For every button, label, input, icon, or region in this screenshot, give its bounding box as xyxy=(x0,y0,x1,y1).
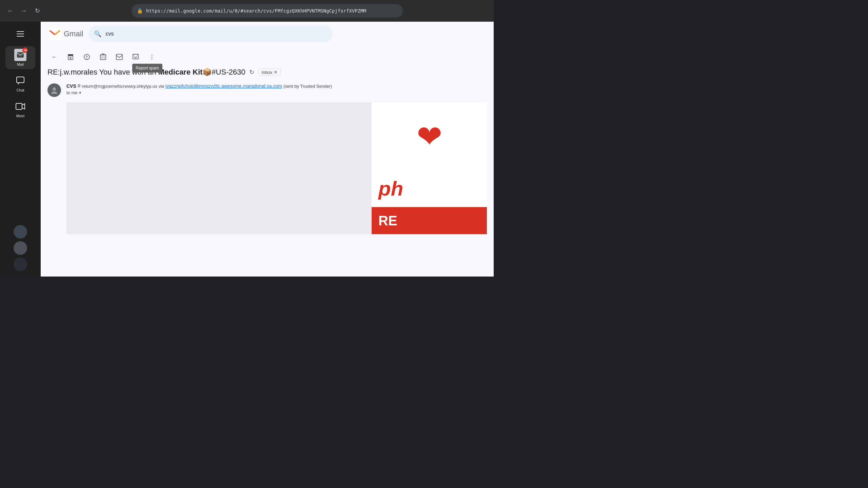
delete-button[interactable] xyxy=(96,50,110,64)
report-spam-tooltip: Report spam xyxy=(132,64,162,73)
email-toolbar: ← xyxy=(41,46,494,68)
refresh-button[interactable]: ↻ xyxy=(33,6,42,16)
svg-rect-0 xyxy=(17,52,24,58)
re-text: RE xyxy=(378,213,397,228)
email-body: ❤ ph RE xyxy=(66,102,487,234)
sidebar-item-meet[interactable]: Meet xyxy=(5,98,35,121)
hamburger-icon xyxy=(17,31,24,37)
mark-unread-button[interactable] xyxy=(113,50,126,64)
search-value: cvs xyxy=(105,31,114,37)
svg-rect-17 xyxy=(116,54,122,60)
hamburger-menu[interactable] xyxy=(14,27,27,41)
meet-label: Meet xyxy=(16,114,24,118)
svg-rect-2 xyxy=(16,103,22,109)
inbox-label: Inbox xyxy=(261,70,272,75)
sender-via-text: via xyxy=(158,84,164,89)
svg-rect-1 xyxy=(17,77,24,83)
sender-details: CVS® return@mgpcemefocrwwoy.xhkylyp.us v… xyxy=(66,83,487,95)
subject-bold: Medicare Kit xyxy=(158,68,203,76)
sender-name: CVS xyxy=(66,83,76,89)
back-to-list-button[interactable]: ← xyxy=(47,50,61,64)
gmail-logo: Gmail xyxy=(49,28,83,40)
forward-button[interactable]: → xyxy=(19,6,28,16)
subject-suffix: #US-2630 xyxy=(212,68,245,76)
svg-point-21 xyxy=(53,87,56,91)
to-me-label: to me xyxy=(66,90,78,95)
to-me-row: to me ▾ xyxy=(66,90,487,95)
more-options-button[interactable]: ⋮ xyxy=(145,50,159,64)
chat-label: Chat xyxy=(16,88,24,92)
snooze-arrow-icon: ↻ xyxy=(249,68,254,76)
email-subject: RE:j.w.morales You have won an Medicare … xyxy=(47,68,487,77)
email-body-left-panel xyxy=(66,102,372,234)
sidebar-item-mail[interactable]: 19 Mail xyxy=(5,46,35,69)
sidebar-item-chat[interactable]: Chat xyxy=(5,72,35,95)
email-body-right-panel: ❤ ph RE xyxy=(372,102,487,234)
inbox-remove-button[interactable]: ✕ xyxy=(274,69,278,75)
avatar-1[interactable] xyxy=(14,225,27,239)
address-bar[interactable]: 🔒 https://mail.google.com/mail/u/0/#sear… xyxy=(132,4,403,18)
email-view: ← xyxy=(41,46,494,277)
gmail-text-label: Gmail xyxy=(64,29,83,38)
chat-icon xyxy=(14,75,26,87)
gmail-m-icon xyxy=(49,28,61,40)
to-me-dropdown-icon[interactable]: ▾ xyxy=(79,90,81,95)
heart-icon: ❤ xyxy=(417,119,442,154)
gmail-header: Gmail 🔍 cvs xyxy=(41,22,494,46)
url-text: https://mail.google.com/mail/u/0/#search… xyxy=(146,8,366,14)
sender-name-row: CVS® return@mgpcemefocrwwoy.xhkylyp.us v… xyxy=(66,83,487,89)
mail-unread-badge: 19 xyxy=(22,47,28,53)
ph-text: ph xyxy=(378,177,403,200)
svg-rect-14 xyxy=(102,54,104,55)
search-icon: 🔍 xyxy=(94,30,101,38)
avatar-3[interactable] xyxy=(14,258,27,271)
search-bar[interactable]: 🔍 cvs xyxy=(88,26,333,42)
bottom-avatars xyxy=(14,225,27,271)
heart-section: ❤ xyxy=(372,102,487,170)
re-section: RE xyxy=(372,207,487,234)
sender-via-domain[interactable]: ivazznpfuhoiolikmnozvzltc.awesome.marado… xyxy=(165,83,282,89)
mail-label: Mail xyxy=(17,62,24,66)
subject-emoji: 📦 xyxy=(202,68,212,76)
ph-section: ph xyxy=(372,170,487,207)
sender-trusted-text: (sent by Trusted Sender) xyxy=(283,84,332,89)
report-spam-button[interactable] xyxy=(80,50,94,64)
svg-point-11 xyxy=(86,58,87,59)
archive-button[interactable] xyxy=(64,50,77,64)
svg-rect-6 xyxy=(68,54,73,56)
app-container: 19 Mail Chat Meet xyxy=(0,22,494,277)
mail-badge-container: 19 xyxy=(14,49,26,61)
sender-avatar xyxy=(47,83,61,97)
left-sidebar: 19 Mail Chat Meet xyxy=(0,22,41,277)
gmail-main: Gmail 🔍 cvs ← xyxy=(41,22,494,277)
browser-chrome: ← → ↻ 🔒 https://mail.google.com/mail/u/0… xyxy=(0,0,494,22)
sender-email: return@mgpcemefocrwwoy.xhkylyp.us xyxy=(82,84,157,89)
lock-icon: 🔒 xyxy=(137,8,143,14)
sender-registered: ® xyxy=(78,84,81,88)
meet-icon xyxy=(14,100,26,113)
avatar-2[interactable] xyxy=(14,241,27,255)
inbox-badge: Inbox ✕ xyxy=(258,68,281,76)
back-button[interactable]: ← xyxy=(5,6,15,16)
snooze-button[interactable] xyxy=(129,50,142,64)
email-content: RE:j.w.morales You have won an Medicare … xyxy=(41,68,494,241)
svg-rect-12 xyxy=(100,55,106,60)
email-sender-row: CVS® return@mgpcemefocrwwoy.xhkylyp.us v… xyxy=(47,83,487,97)
